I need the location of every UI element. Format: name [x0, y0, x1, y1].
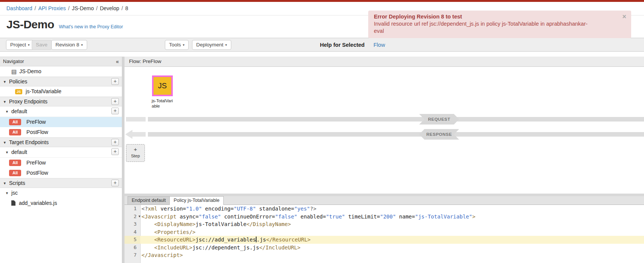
tools-button[interactable]: Tools▾ [165, 40, 189, 50]
code-token: <Properties/> [154, 229, 196, 235]
nav-row-proxy-default[interactable]: ▼default+ [0, 106, 122, 117]
code-token: </ResourceURL> [266, 237, 310, 243]
chevron-down-icon: ▾ [225, 40, 227, 49]
add-scripts-button[interactable]: + [111, 180, 119, 186]
code-line-content: <Javascript async="false" continueOnErro… [141, 213, 475, 221]
page-title: JS-Demo [6, 18, 54, 31]
proxy-doc-icon: ▤ [11, 66, 17, 77]
nav-row-target-default[interactable]: ▼default+ [0, 147, 122, 158]
breadcrumb: Dashboard/API Proxies/JS-Demo/Develop/8 [6, 5, 128, 11]
nav-row-scripts[interactable]: ▼Scripts+ [0, 178, 122, 188]
breadcrumb-separator: / [68, 5, 70, 11]
nav-row-add-variables-js[interactable]: add_variables.js [0, 198, 122, 208]
nav-row-proxy-preflow[interactable]: AllPreFlow [0, 117, 122, 127]
code-token: async= [177, 214, 199, 220]
line-number: 4 [124, 228, 140, 236]
nav-row-target-postflow[interactable]: AllPostFlow [0, 168, 122, 178]
code-token: enabled= [297, 214, 326, 220]
nav-row-js-totalvariable[interactable]: JSjs-TotalVariable [0, 86, 122, 97]
add-proxy-default-button[interactable]: + [111, 108, 119, 114]
code-token: </DisplayName> [246, 221, 291, 227]
collapse-panel-icon[interactable]: « [116, 57, 119, 66]
whats-new-link[interactable]: What's new in the Proxy Editor [59, 24, 123, 29]
code-line-2[interactable]: 2▼<Javascript async="false" continueOnEr… [124, 213, 644, 221]
project-button[interactable]: Project▾ [6, 40, 34, 50]
response-banner: RESPONSE [419, 129, 459, 140]
nav-label-js-demo: JS-Demo [19, 68, 41, 74]
line-number: 5 [124, 236, 140, 244]
code-editor[interactable]: 1<?xml version="1.0" encoding="UTF-8" st… [124, 205, 644, 263]
code-token: name= [396, 214, 415, 220]
nav-row-target-endpoints[interactable]: ▼Target Endpoints+ [0, 137, 122, 147]
response-line [148, 132, 644, 137]
deployment-button[interactable]: Deployment▾ [192, 40, 231, 50]
code-token: "200" [380, 214, 396, 220]
vertical-splitter[interactable] [122, 57, 124, 263]
code-token: "false" [275, 214, 297, 220]
add-policies-button[interactable]: + [111, 78, 119, 85]
error-toast-message: Invalid resource url ref jsc://dependent… [374, 20, 595, 35]
nav-row-js-demo[interactable]: ▤JS-Demo [0, 66, 122, 77]
request-line [148, 117, 644, 122]
chevron-down-icon: ▼ [3, 179, 6, 188]
line-number: 7 [124, 251, 140, 259]
request-banner: REQUEST [419, 114, 459, 125]
breadcrumb-api-proxies[interactable]: API Proxies [38, 5, 66, 11]
tab-endpoint-default[interactable]: Endpoint default [128, 196, 170, 205]
chevron-down-icon: ▼ [5, 148, 9, 158]
tab-policy-js-totalvariable[interactable]: Policy js-TotalVariable [169, 196, 223, 205]
add-step-button[interactable]: + Step [126, 144, 145, 162]
code-line-3[interactable]: 3 <DisplayName>js-TotalVariable</Display… [124, 220, 644, 228]
add-proxy-endpoints-button[interactable]: + [111, 98, 119, 105]
add-target-default-button[interactable]: + [111, 148, 119, 155]
nav-row-jsc[interactable]: ▼jsc [0, 188, 122, 198]
nav-row-target-preflow[interactable]: AllPreFlow [0, 158, 122, 168]
breadcrumb-separator: / [121, 5, 123, 11]
code-line-1[interactable]: 1<?xml version="1.0" encoding="UTF-8" st… [124, 205, 644, 213]
all-condition-badge: All [9, 129, 21, 135]
nav-row-proxy-postflow[interactable]: AllPostFlow [0, 127, 122, 137]
horizontal-splitter[interactable] [124, 194, 644, 196]
breadcrumb-dashboard[interactable]: Dashboard [6, 5, 32, 11]
navigator-header: Navigator « [0, 57, 122, 66]
toolbar: Project▾ Save Revision 8▾ Tools▾ Deploym… [0, 38, 644, 52]
code-token [141, 221, 154, 227]
code-token: .js [257, 237, 266, 243]
close-icon[interactable]: × [622, 13, 626, 20]
chevron-down-icon: ▼ [5, 107, 9, 117]
chevron-down-icon: ▼ [3, 77, 6, 86]
code-line-5[interactable]: 5 <ResourceURL>jsc://add_variables.js</R… [124, 236, 644, 244]
navigator-panel: Navigator « ▤JS-Demo▼Policies+JSjs-Total… [0, 57, 122, 263]
breadcrumb-separator: / [96, 5, 98, 11]
code-token: xml [148, 206, 157, 212]
help-for-selected-label: Help for Selected [320, 42, 364, 48]
nav-row-policies[interactable]: ▼Policies+ [0, 77, 122, 86]
nav-label-target-preflow: PreFlow [26, 160, 46, 166]
code-line-content: <Properties/> [141, 228, 195, 236]
fold-arrow-icon[interactable]: ▼ [138, 213, 140, 221]
code-line-6[interactable]: 6 <IncludeURL>jsc://dependent_js.js</Inc… [124, 244, 644, 252]
code-token: jsc://add_variables [195, 237, 256, 243]
save-button[interactable]: Save [32, 40, 52, 50]
breadcrumb-separator: / [35, 5, 36, 11]
code-token: </IncludeURL> [259, 245, 301, 251]
nav-label-scripts: Scripts [9, 180, 25, 186]
navigator-tree: ▤JS-Demo▼Policies+JSjs-TotalVariable▼Pro… [0, 66, 122, 208]
error-toast-title: Error Deploying Revision 8 to test [374, 13, 616, 20]
nav-row-proxy-endpoints[interactable]: ▼Proxy Endpoints+ [0, 97, 122, 106]
code-token: <DisplayName> [154, 221, 196, 227]
code-line-4[interactable]: 4 <Properties/> [124, 228, 644, 236]
js-policy-badge: JS [15, 89, 22, 94]
revision-button[interactable]: Revision 8▾ [51, 40, 87, 50]
chevron-down-icon: ▾ [183, 40, 185, 49]
nav-label-js-totalvariable: js-TotalVariable [26, 88, 61, 94]
code-token: continueOnError= [221, 214, 275, 220]
policy-js-icon[interactable]: JS [152, 75, 173, 96]
code-token: ?> [310, 206, 317, 212]
code-token: timeLimit= [345, 214, 380, 220]
code-line-7[interactable]: 7</Javascript> [124, 251, 644, 259]
help-flow-link[interactable]: Flow [373, 42, 385, 48]
code-token: <Javascript [141, 214, 177, 220]
add-target-endpoints-button[interactable]: + [111, 139, 119, 146]
line-number: 6 [124, 244, 140, 252]
